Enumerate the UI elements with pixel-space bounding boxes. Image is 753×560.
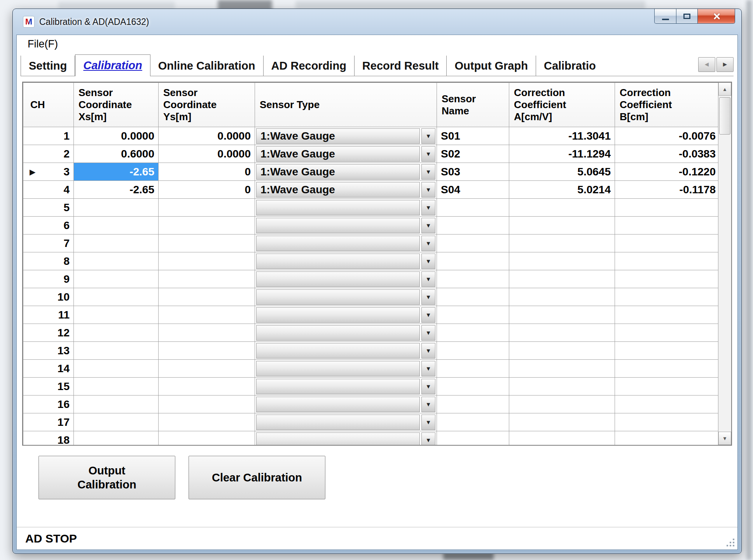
dropdown-arrow-button[interactable]: ▼ (421, 128, 435, 144)
cell-sensor-type[interactable]: ▼ (255, 413, 437, 431)
cell-sensor-name[interactable] (437, 324, 509, 342)
cell-xs[interactable] (74, 199, 159, 217)
cell-ys[interactable] (159, 324, 255, 342)
cell-coeff-b[interactable] (615, 360, 720, 378)
cell-xs[interactable] (74, 234, 159, 252)
scrollbar-thumb[interactable] (719, 97, 730, 135)
cell-sensor-type[interactable]: 1:Wave Gauge ▼ (255, 145, 437, 163)
sensor-type-value[interactable] (256, 361, 420, 376)
cell-ch[interactable]: 12 (42, 324, 74, 342)
cell-xs[interactable]: 0.6000 (74, 145, 159, 163)
sensor-type-combobox[interactable]: ▼ (256, 218, 435, 233)
row-header-cell[interactable] (23, 413, 42, 431)
sensor-type-combobox[interactable]: ▼ (256, 397, 435, 412)
resize-grip[interactable] (727, 539, 735, 547)
cell-coeff-a[interactable] (509, 217, 615, 234)
cell-sensor-name[interactable] (437, 199, 509, 217)
cell-ys[interactable] (159, 360, 255, 378)
dropdown-arrow-button[interactable]: ▼ (421, 325, 435, 341)
cell-sensor-type[interactable]: ▼ (255, 252, 437, 270)
cell-xs[interactable] (74, 431, 159, 446)
dropdown-arrow-button[interactable]: ▼ (421, 218, 435, 233)
sensor-type-value[interactable] (256, 343, 420, 359)
cell-sensor-type[interactable]: ▼ (255, 324, 437, 342)
cell-coeff-b[interactable] (615, 199, 720, 217)
close-button[interactable] (698, 9, 735, 24)
cell-sensor-type[interactable]: ▼ (255, 431, 437, 446)
sensor-type-value[interactable] (256, 200, 420, 215)
cell-coeff-a[interactable]: 5.0645 (509, 163, 615, 181)
sensor-type-combobox[interactable]: 1:Wave Gauge ▼ (256, 128, 435, 144)
column-header-coeff-a[interactable]: Correction Coefficient A[cm/V] (509, 83, 615, 127)
cell-ys[interactable] (159, 306, 255, 324)
cell-ch[interactable]: 5 (42, 199, 74, 217)
cell-sensor-name[interactable] (437, 378, 509, 396)
cell-sensor-name[interactable] (437, 431, 509, 446)
cell-sensor-name[interactable]: S04 (437, 181, 509, 199)
cell-ys[interactable] (159, 378, 255, 396)
cell-coeff-b[interactable] (615, 342, 720, 360)
cell-sensor-type[interactable]: 1:Wave Gauge ▼ (255, 181, 437, 199)
cell-coeff-a[interactable]: 5.0214 (509, 181, 615, 199)
cell-ch[interactable]: 1 (42, 127, 74, 145)
cell-ch[interactable]: 18 (42, 431, 74, 446)
cell-ch[interactable]: 14 (42, 360, 74, 378)
cell-coeff-a[interactable] (509, 360, 615, 378)
dropdown-arrow-button[interactable]: ▼ (421, 271, 435, 287)
cell-coeff-b[interactable] (615, 324, 720, 342)
sensor-type-value[interactable] (256, 218, 420, 233)
column-header-xs[interactable]: Sensor Coordinate Xs[m] (74, 83, 159, 127)
sensor-type-value[interactable] (256, 271, 420, 287)
cell-sensor-name[interactable] (437, 360, 509, 378)
sensor-type-combobox[interactable]: ▼ (256, 271, 435, 287)
cell-ch[interactable]: 15 (42, 378, 74, 396)
minimize-button[interactable] (654, 9, 676, 24)
cell-xs[interactable]: 0.0000 (74, 127, 159, 145)
dropdown-arrow-button[interactable]: ▼ (421, 379, 435, 394)
tab-online-calibration[interactable]: Online Calibration (150, 56, 264, 76)
cell-coeff-a[interactable] (509, 396, 615, 413)
titlebar[interactable]: M Calibration & AD(ADA1632) (13, 9, 741, 35)
cell-ch[interactable]: 9 (42, 270, 74, 288)
cell-ys[interactable] (159, 252, 255, 270)
sensor-type-value[interactable] (256, 254, 420, 269)
clear-calibration-button[interactable]: Clear Calibration (189, 456, 325, 499)
cell-ys[interactable]: 0.0000 (159, 145, 255, 163)
cell-ch[interactable]: 13 (42, 342, 74, 360)
cell-xs[interactable] (74, 217, 159, 234)
cell-ys[interactable] (159, 431, 255, 446)
dropdown-arrow-button[interactable]: ▼ (421, 146, 435, 162)
cell-coeff-a[interactable] (509, 306, 615, 324)
cell-ys[interactable]: 0.0000 (159, 127, 255, 145)
row-header-cell[interactable] (23, 342, 42, 360)
cell-ys[interactable] (159, 342, 255, 360)
dropdown-arrow-button[interactable]: ▼ (421, 236, 435, 251)
sensor-type-value[interactable] (256, 289, 420, 305)
cell-coeff-b[interactable] (615, 252, 720, 270)
cell-ch[interactable]: 7 (42, 234, 74, 252)
cell-sensor-name[interactable] (437, 217, 509, 234)
tab-ad-recording[interactable]: AD Recording (264, 56, 355, 76)
column-header-sensor-type[interactable]: Sensor Type (255, 83, 437, 127)
dropdown-arrow-button[interactable]: ▼ (421, 361, 435, 376)
row-header-cell[interactable] (23, 270, 42, 288)
row-header-cell[interactable] (23, 431, 42, 446)
sensor-type-value[interactable] (256, 415, 420, 430)
tab-record-result[interactable]: Record Result (355, 56, 447, 76)
cell-coeff-b[interactable]: -0.1178 (615, 181, 720, 199)
dropdown-arrow-button[interactable]: ▼ (421, 182, 435, 198)
cell-sensor-name[interactable]: S03 (437, 163, 509, 181)
cell-ys[interactable] (159, 270, 255, 288)
sensor-type-combobox[interactable]: 1:Wave Gauge ▼ (256, 182, 435, 198)
tab-calibration[interactable]: Calibration (75, 54, 150, 76)
cell-sensor-type[interactable]: ▼ (255, 288, 437, 306)
cell-xs[interactable]: -2.65 (74, 181, 159, 199)
sensor-type-combobox[interactable]: ▼ (256, 289, 435, 305)
sensor-type-combobox[interactable]: ▼ (256, 307, 435, 323)
cell-ch[interactable]: 10 (42, 288, 74, 306)
cell-sensor-type[interactable]: ▼ (255, 270, 437, 288)
row-header-cell[interactable] (23, 234, 42, 252)
cell-coeff-a[interactable] (509, 378, 615, 396)
sensor-type-value[interactable]: 1:Wave Gauge (256, 146, 420, 162)
cell-xs[interactable] (74, 324, 159, 342)
